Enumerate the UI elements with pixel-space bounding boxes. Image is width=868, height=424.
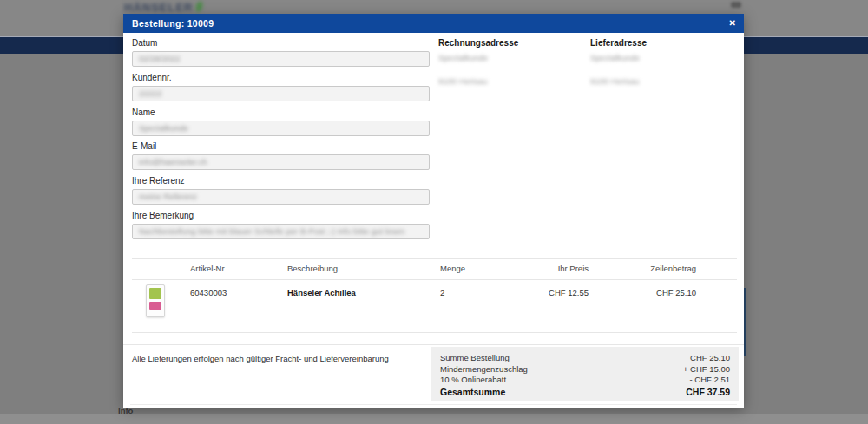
referenz-label: Ihre Referenz — [132, 176, 430, 186]
email-field[interactable]: info@haenseler.ch — [132, 154, 430, 170]
name-label: Name — [132, 108, 430, 117]
field-group-referenz: Ihre Referenz meine Referenz — [132, 176, 430, 205]
col-header-artikel-nr: Artikel-Nr. — [190, 264, 227, 273]
close-icon[interactable]: ✕ — [729, 16, 736, 30]
leaf-icon — [194, 1, 204, 12]
shop-logo-text: HÄNSELER — [124, 1, 194, 14]
page-footer-strip — [0, 414, 868, 424]
email-value: info@haenseler.ch — [139, 157, 207, 166]
summary-label: Mindermengenzuschlag — [440, 364, 528, 375]
summary-row-discount: 10 % Onlinerabatt - CHF 2.51 — [440, 375, 730, 386]
shipping-address-line1: Spezialkunde — [590, 53, 729, 62]
table-header-divider — [132, 279, 737, 280]
summary-row-subtotal: Summe Bestellung CHF 25.10 — [440, 353, 730, 364]
kundennr-value: 22222 — [139, 88, 161, 98]
col-header-menge: Menge — [440, 264, 465, 273]
shop-logo: HÄNSELER — [124, 1, 203, 14]
kundennr-label: Kundennr. — [132, 73, 430, 82]
table-row-divider — [132, 332, 737, 333]
name-field[interactable]: Spezialkunde — [132, 121, 430, 136]
modal-bottom-divider — [130, 404, 737, 405]
summary-value: - CHF 2.51 — [690, 375, 730, 386]
col-header-zeilenbetrag: Zeilenbetrag — [609, 264, 696, 273]
datum-field[interactable]: 02/28/2022 — [132, 51, 430, 67]
footer-divider — [123, 344, 744, 345]
billing-address: Rechnungsadresse Spezialkunde 9100 Heris… — [438, 38, 577, 86]
shipping-address: Lieferadresse Spezialkunde 9100 Herisau — [590, 38, 729, 86]
summary-row-surcharge: Mindermengenzuschlag + CHF 15.00 — [440, 364, 730, 375]
cell-artikel-nr: 60430003 — [190, 288, 227, 297]
field-group-name: Name Spezialkunde — [132, 108, 430, 136]
cell-zeilenbetrag: CHF 25.10 — [609, 288, 696, 297]
billing-address-line2: 9100 Herisau — [438, 76, 577, 86]
bemerkung-value: Nachbestellung bitte mit blauer Schleife… — [139, 226, 404, 236]
cell-beschreibung: Hänseler Achillea — [287, 288, 356, 297]
field-group-bemerkung: Ihre Bemerkung Nachbestellung bitte mit … — [132, 211, 430, 239]
summary-value: CHF 25.10 — [690, 353, 730, 364]
modal-header: Bestellung: 10009 ✕ — [123, 14, 744, 33]
shipping-address-title: Lieferadresse — [590, 38, 729, 48]
referenz-value: meine Referenz — [139, 192, 197, 201]
product-label-green — [149, 288, 161, 299]
product-label-pink — [149, 302, 161, 310]
field-group-datum: Datum 02/28/2022 — [132, 38, 430, 67]
kundennr-field[interactable]: 22222 — [132, 86, 430, 101]
modal-title: Bestellung: 10009 — [132, 18, 214, 29]
product-image — [146, 284, 165, 317]
email-label: E-Mail — [132, 141, 430, 151]
cell-menge: 2 — [440, 288, 444, 297]
summary-label: 10 % Onlinerabatt — [440, 375, 506, 386]
order-summary-box: Summe Bestellung CHF 25.10 Mindermengenz… — [431, 347, 739, 401]
col-header-ihr-preis: Ihr Preis — [502, 264, 589, 273]
summary-label: Gesamtsumme — [440, 387, 505, 398]
summary-label: Summe Bestellung — [440, 353, 510, 364]
billing-address-title: Rechnungsadresse — [438, 38, 577, 48]
field-group-email: E-Mail info@haenseler.ch — [132, 141, 430, 170]
table-top-border — [132, 258, 737, 259]
billing-address-line1: Spezialkunde — [438, 53, 577, 62]
delivery-note: Alle Lieferungen erfolgen nach gültiger … — [132, 354, 389, 363]
cell-ihr-preis: CHF 12.55 — [502, 288, 589, 297]
order-details-modal: Bestellung: 10009 ✕ Datum 02/28/2022 Kun… — [123, 14, 744, 408]
side-tab — [744, 288, 746, 356]
summary-row-total: Gesamtsumme CHF 37.59 — [440, 387, 730, 398]
summary-value: CHF 37.59 — [686, 387, 730, 398]
col-header-beschreibung: Beschreibung — [287, 264, 338, 273]
field-group-kundennr: Kundennr. 22222 — [132, 73, 430, 101]
summary-value: + CHF 15.00 — [683, 364, 730, 375]
bemerkung-label: Ihre Bemerkung — [132, 211, 430, 220]
name-value: Spezialkunde — [139, 123, 188, 133]
shipping-address-line2: 9100 Herisau — [590, 76, 729, 86]
bemerkung-field[interactable]: Nachbestellung bitte mit blauer Schleife… — [132, 224, 430, 239]
referenz-field[interactable]: meine Referenz — [132, 189, 430, 205]
datum-value: 02/28/2022 — [139, 54, 181, 63]
header-cart-icon — [731, 2, 741, 8]
datum-label: Datum — [132, 38, 430, 48]
